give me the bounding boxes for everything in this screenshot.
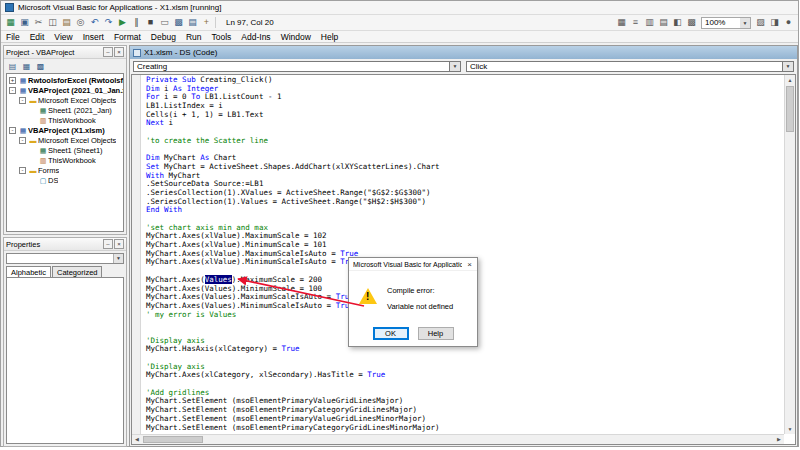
code-line[interactable]: For i = 0 To LB1.ListCount - 1	[146, 93, 783, 102]
collapse-icon[interactable]: -	[19, 137, 26, 144]
menu-help[interactable]: Help	[316, 31, 343, 42]
dialog-titlebar[interactable]: Microsoft Visual Basic for Applications …	[349, 258, 477, 271]
addin-columns-icon[interactable]: ▥	[643, 16, 656, 29]
redo-icon[interactable]: ↷	[102, 16, 115, 29]
find-icon[interactable]: ◎	[74, 16, 87, 29]
tree-item[interactable]: -▦VBAProject (2021_01_Jan.xls)	[7, 85, 123, 95]
code-line[interactable]	[146, 354, 783, 363]
project-explorer-icon[interactable]: ▩	[172, 16, 185, 29]
properties-window-icon[interactable]: ▤	[186, 16, 199, 29]
addin-dot-icon[interactable]: ●	[782, 16, 795, 29]
minimize-icon[interactable]: –	[103, 239, 113, 249]
tree-item[interactable]: ▦Sheet1 (Sheet1)	[7, 145, 123, 155]
menu-debug[interactable]: Debug	[146, 31, 181, 42]
menu-tools[interactable]: Tools	[206, 31, 236, 42]
addin-half-icon[interactable]: ◨	[768, 16, 781, 29]
scroll-down-icon[interactable]: ▼	[785, 424, 795, 434]
addin-rows-icon[interactable]: ▤	[657, 16, 670, 29]
horizontal-scrollbar-thumb[interactable]	[143, 436, 203, 443]
run-icon[interactable]: ▶	[116, 16, 129, 29]
menu-file[interactable]: File	[1, 31, 25, 42]
title-bar: Microsoft Visual Basic for Applications …	[1, 1, 798, 15]
scroll-up-icon[interactable]: ▲	[785, 75, 795, 85]
close-icon[interactable]: ×	[462, 258, 477, 271]
tree-item[interactable]: -▬Microsoft Excel Objects	[7, 135, 123, 145]
collapse-icon[interactable]: -	[9, 87, 16, 94]
chevron-down-icon[interactable]: ▼	[782, 62, 793, 71]
tab-alphabetic[interactable]: Alphabetic	[6, 266, 51, 277]
chevron-down-icon[interactable]: ▼	[740, 18, 750, 28]
menu-insert[interactable]: Insert	[78, 31, 109, 42]
event-dropdown[interactable]: Click ▼	[466, 61, 794, 72]
minimize-icon[interactable]: –	[103, 47, 113, 57]
save-icon[interactable]: ▣	[18, 16, 31, 29]
reset-icon[interactable]: ■	[144, 16, 157, 29]
menu-edit[interactable]: Edit	[25, 31, 50, 42]
collapse-icon[interactable]: -	[9, 127, 16, 134]
vertical-scrollbar[interactable]: ▲ ▼	[784, 75, 795, 434]
code-line[interactable]: MyChart.SetElement (msoElementPrimaryCat…	[146, 424, 783, 433]
toggle-folders-icon[interactable]: ▩	[35, 61, 46, 72]
help-button[interactable]: Help	[418, 327, 454, 340]
break-icon[interactable]: ∥	[130, 16, 143, 29]
menu-view[interactable]: View	[49, 31, 77, 42]
code-line[interactable]: 'to create the Scatter line	[146, 137, 783, 146]
chevron-down-icon[interactable]: ▼	[113, 254, 123, 263]
addin-box-icon[interactable]: ◧	[671, 16, 684, 29]
expand-icon[interactable]: +	[9, 77, 16, 84]
code-line[interactable]: Next i	[146, 119, 783, 128]
copy-icon[interactable]: ◫	[46, 16, 59, 29]
tree-item[interactable]: +▦RwtoolsforExcel (RwtoolsforExcel	[7, 75, 123, 85]
menu-window[interactable]: Window	[276, 31, 316, 42]
excel-icon[interactable]: ▦	[4, 16, 17, 29]
addin-stack-icon[interactable]: ▩	[685, 16, 698, 29]
properties-object-combo[interactable]: ▼	[6, 253, 124, 264]
code-line[interactable]: MyChart.Axes(xlCategory, xlSecondary).Ha…	[146, 371, 783, 380]
code-line[interactable]	[146, 380, 783, 389]
view-code-icon[interactable]: ▤	[7, 61, 18, 72]
close-icon[interactable]: ×	[114, 47, 124, 57]
code-line[interactable]: Cells(i + 1, 1) = LB1.Text	[146, 111, 783, 120]
properties-panel-header[interactable]: Properties – ×	[4, 238, 126, 251]
scroll-right-icon[interactable]: ▶	[774, 435, 784, 444]
ok-button[interactable]: OK	[373, 327, 409, 340]
project-panel-header[interactable]: Project - VBAProject – ×	[4, 46, 126, 59]
menu-run[interactable]: Run	[181, 31, 207, 42]
tree-item[interactable]: ▥ThisWorkbook	[7, 115, 123, 125]
paste-icon[interactable]: ▤	[60, 16, 73, 29]
addin-grid-icon[interactable]: ▦	[615, 16, 628, 29]
tree-item[interactable]: -▬Forms	[7, 165, 123, 175]
code-margin-bar[interactable]	[132, 75, 141, 434]
code-line[interactable]: Private Sub Creating_Click()	[146, 76, 783, 85]
object-dropdown[interactable]: Creating ▼	[133, 61, 461, 72]
code-window-titlebar[interactable]: X1.xlsm - DS (Code)	[130, 46, 797, 59]
code-line[interactable]: Set MyChart = ActiveSheet.Shapes.AddChar…	[146, 163, 783, 172]
horizontal-scrollbar[interactable]: ◀ ▶	[132, 434, 784, 444]
toolbox-icon[interactable]: +	[200, 16, 213, 29]
tree-item[interactable]: ▥ThisWorkbook	[7, 155, 123, 165]
tree-item[interactable]: -▬Microsoft Excel Objects	[7, 95, 123, 105]
code-line[interactable]: End With	[146, 206, 783, 215]
zoom-combo[interactable]: 100% ▼	[701, 17, 751, 29]
view-object-icon[interactable]: ▦	[21, 61, 32, 72]
undo-icon[interactable]: ↶	[88, 16, 101, 29]
tree-item[interactable]: ▦Sheet1 (2021_Jan)	[7, 105, 123, 115]
properties-grid[interactable]	[6, 277, 124, 444]
menu-format[interactable]: Format	[109, 31, 146, 42]
close-icon[interactable]: ×	[114, 239, 124, 249]
code-line[interactable]: .SeriesCollection(1).Values = ActiveShee…	[146, 198, 783, 207]
chevron-down-icon[interactable]: ▼	[449, 62, 460, 71]
tree-item[interactable]: -▦VBAProject (X1.xlsm)	[7, 125, 123, 135]
collapse-icon[interactable]: -	[19, 97, 26, 104]
design-mode-icon[interactable]: ▭	[158, 16, 171, 29]
tree-item[interactable]: ▢DS	[7, 175, 123, 185]
vertical-scrollbar-thumb[interactable]	[786, 86, 794, 132]
menu-addins[interactable]: Add-Ins	[236, 31, 275, 42]
addin-list-icon[interactable]: ≡	[629, 16, 642, 29]
code-line[interactable]	[146, 146, 783, 155]
tab-categorized[interactable]: Categorized	[52, 266, 102, 277]
scroll-left-icon[interactable]: ◀	[132, 435, 142, 444]
cut-icon[interactable]: ✂	[32, 16, 45, 29]
addin-shade-icon[interactable]: ▨	[754, 16, 767, 29]
collapse-icon[interactable]: -	[19, 167, 26, 174]
